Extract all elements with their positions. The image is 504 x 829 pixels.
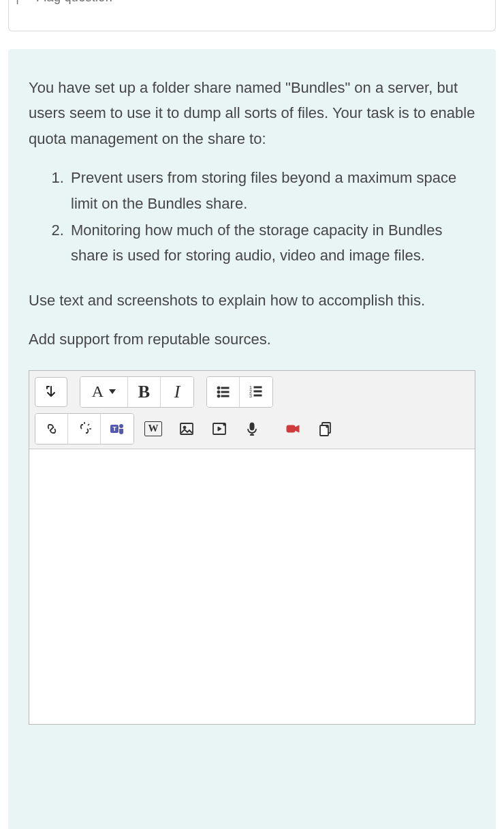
question-outro-1: Use text and screenshots to explain how … (29, 288, 475, 313)
svg-rect-9 (254, 391, 262, 392)
svg-text:T: T (113, 425, 117, 432)
font-picker-button[interactable]: A (80, 377, 128, 407)
italic-button[interactable]: I (161, 377, 193, 407)
question-list: Prevent users from storing files beyond … (29, 165, 475, 269)
svg-point-0 (217, 387, 220, 389)
question-intro: You have set up a folder share named "Bu… (29, 75, 475, 151)
svg-text:3: 3 (249, 393, 252, 398)
svg-rect-3 (221, 391, 229, 393)
record-video-button[interactable] (279, 416, 307, 442)
word-icon: W (144, 421, 162, 436)
bulleted-list-icon (215, 384, 232, 400)
record-audio-button[interactable] (238, 416, 266, 442)
unlink-icon (76, 421, 93, 437)
svg-point-16 (183, 426, 186, 429)
bold-button[interactable]: B (128, 377, 161, 407)
svg-rect-11 (254, 395, 262, 396)
media-icon (211, 421, 227, 437)
chevron-down-icon (109, 389, 116, 394)
svg-point-14 (119, 424, 123, 428)
insert-group-1: T (35, 413, 134, 444)
bulleted-list-button[interactable] (207, 377, 240, 407)
svg-rect-18 (250, 423, 254, 430)
answer-textarea[interactable] (29, 449, 475, 724)
editor-toolbar: A B I (29, 371, 475, 449)
svg-rect-19 (287, 425, 295, 432)
video-camera-icon (285, 421, 301, 437)
question-panel: You have set up a folder share named "Bu… (8, 49, 496, 829)
question-outro-2: Add support from reputable sources. (29, 327, 475, 352)
flag-question-bar[interactable]: Flag question (8, 0, 496, 31)
font-letter: A (92, 382, 104, 401)
list-group: 1 2 3 (206, 376, 273, 408)
italic-label: I (174, 382, 180, 402)
question-item-1: Prevent users from storing files beyond … (68, 165, 475, 216)
svg-rect-15 (180, 423, 193, 434)
attachment-button[interactable] (311, 416, 340, 442)
svg-rect-5 (221, 395, 229, 397)
svg-point-4 (217, 395, 220, 397)
expand-toolbar-button[interactable] (35, 377, 67, 407)
font-style-group: A B I (80, 376, 194, 408)
bold-label: B (138, 382, 150, 402)
word-button[interactable]: W (138, 416, 168, 442)
svg-point-2 (217, 391, 220, 393)
link-icon (44, 421, 60, 437)
answer-editor: A B I (29, 370, 475, 725)
unlink-button[interactable] (68, 414, 101, 444)
svg-rect-1 (221, 387, 229, 389)
arrow-down-icon (43, 384, 59, 400)
teams-button[interactable]: T (101, 414, 133, 444)
numbered-list-button[interactable]: 1 2 3 (240, 377, 272, 407)
link-button[interactable] (35, 414, 68, 444)
microphone-icon (244, 421, 260, 437)
file-manager-icon (317, 421, 334, 437)
svg-rect-7 (254, 387, 262, 388)
teams-icon: T (109, 421, 125, 437)
media-button[interactable] (205, 416, 234, 442)
flag-icon (14, 0, 29, 5)
image-icon (178, 421, 195, 437)
numbered-list-icon: 1 2 3 (248, 384, 264, 400)
flag-question-label: Flag question (36, 0, 112, 5)
image-button[interactable] (172, 416, 201, 442)
question-item-2: Monitoring how much of the storage capac… (68, 217, 475, 269)
